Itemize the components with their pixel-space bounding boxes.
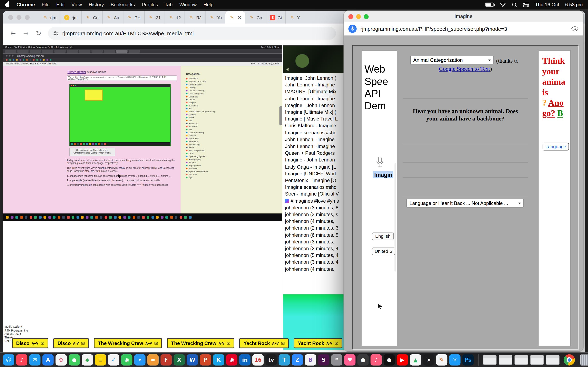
category-item[interactable]: Data Integration [186, 92, 215, 95]
zoom-window-button[interactable] [25, 15, 30, 20]
playlist-item[interactable]: johnlennon (3 minutes, s [285, 211, 345, 218]
playlist-item[interactable]: Imagine | Music Travel L [285, 116, 345, 123]
dock-icon-drive[interactable]: ▲ [410, 354, 421, 366]
category-item[interactable]: Coding [186, 86, 215, 89]
playlist-item[interactable]: Pentatonix - Imagine [O [285, 177, 345, 184]
category-item[interactable]: Not Categorised [186, 149, 215, 152]
browser-tab[interactable]: EGi [266, 11, 285, 24]
category-item[interactable]: Installers [186, 125, 215, 128]
eye-icon[interactable] [571, 26, 579, 31]
menubar-menu-tab[interactable]: Tab [165, 2, 173, 8]
category-item[interactable]: ESL [186, 107, 215, 110]
menubar-menu-edit[interactable]: Edit [56, 2, 65, 8]
google-speech-link[interactable]: Google Speech to Text [439, 66, 490, 72]
playlist-item[interactable]: Imagine - John Lennon [285, 102, 345, 109]
back-button[interactable]: ← [7, 30, 19, 37]
category-item[interactable]: Tiki Wiki [186, 173, 215, 176]
dock-icon-facetime[interactable]: ◉ [121, 354, 132, 366]
dock-icon-pinterest[interactable]: ◉ [226, 354, 237, 366]
dock-icon-notes[interactable]: ≡ [95, 354, 106, 366]
close-window-button[interactable] [8, 15, 13, 20]
menubar-app-name[interactable]: Chrome [17, 2, 35, 8]
playlist-item[interactable]: johnlennon (3 minutes, 4 [285, 259, 345, 266]
imagine-url-text[interactable]: rjmprogramming.com.au/PHP/speech_supervi… [360, 26, 507, 32]
browser-tab[interactable]: ✎Yo [205, 11, 225, 24]
menubar-menu-window[interactable]: Window [179, 2, 197, 8]
minimize-window-button[interactable] [356, 14, 361, 19]
back-link[interactable]: B [557, 109, 563, 118]
category-item[interactable]: Moodle [186, 134, 215, 137]
reload-button[interactable]: ↻ [32, 30, 45, 37]
dock-window-preview[interactable] [483, 355, 497, 365]
playlist-item[interactable]: Imagine [UNICEF: Worl [285, 170, 345, 177]
dock-icon-safari[interactable]: ✦ [134, 354, 146, 366]
category-item[interactable]: Networking [186, 143, 215, 146]
dialect-select[interactable]: United S [372, 248, 395, 255]
playlist-item[interactable]: johnlennon (4 minutes, [285, 266, 345, 273]
playlist-item[interactable]: Lady Gaga - Imagine [L [285, 164, 345, 170]
media-gallery-button[interactable]: The Wrecking CrewA-V✉ [167, 338, 234, 349]
media-gallery-button[interactable]: DiscoA+V✉ [12, 338, 49, 349]
media-thumbnail[interactable]: ◉ [283, 46, 347, 73]
category-item[interactable]: OOP [186, 152, 215, 155]
category-item[interactable]: Code: Blocks [186, 83, 215, 86]
site-settings-icon[interactable] [53, 31, 59, 36]
browser-tab[interactable]: ✎Y [286, 11, 304, 24]
playlist-item[interactable]: John Lennon - Imagine [285, 95, 345, 102]
category-item[interactable]: Games [186, 113, 215, 116]
category-item[interactable]: Hardware [186, 122, 215, 125]
playlist-item[interactable]: johnlennon (6 minutes, 5 [285, 232, 345, 238]
dock-icon-filezilla[interactable]: F [160, 354, 172, 366]
category-item[interactable]: Software [186, 167, 215, 170]
dock-icon-maps[interactable]: ◆ [82, 354, 93, 366]
category-item[interactable]: GIMP [186, 116, 215, 119]
playlist-item[interactable]: Imagine: John Lennon ( [285, 75, 345, 82]
dock-icon-keynote[interactable]: K [213, 354, 224, 366]
dock-window-preview[interactable] [546, 355, 559, 365]
playlist-item[interactable]: IMAGINE. [Ultimate Mix [285, 89, 345, 95]
category-item[interactable]: Anything You Like [186, 80, 215, 83]
dock-icon-app-store[interactable]: A [43, 354, 54, 366]
dock-icon-pencil-app[interactable]: ✎ [436, 354, 447, 366]
category-item[interactable]: Spectro/Photometer [186, 170, 215, 173]
dock-icon-music[interactable]: ♪ [16, 354, 27, 366]
category-item[interactable]: News [186, 146, 215, 149]
dock-icon-zoom[interactable]: Z [292, 354, 303, 366]
close-window-button[interactable] [348, 14, 353, 19]
dock-window-preview[interactable] [499, 355, 512, 365]
category-item[interactable]: eLearning [186, 104, 215, 107]
dock-icon-github[interactable]: ● [384, 354, 395, 366]
dock-icon-camera[interactable]: ● [357, 354, 369, 366]
dock-icon-tv[interactable]: tv [265, 354, 277, 366]
playlist-item[interactable]: johnlennon (3 minutes, 8 [285, 205, 345, 211]
category-item[interactable]: NetBeans [186, 140, 215, 143]
minimize-window-button[interactable] [17, 15, 21, 20]
playlist-item[interactable]: johnlennon (4 minutes, [285, 218, 345, 225]
browser-tab[interactable]: ✎Co [81, 11, 102, 24]
playlist-item[interactable]: Imagine - John Lennon [285, 157, 345, 164]
playlist-item[interactable]: John Lennon - Imagine [285, 82, 345, 89]
menubar-menu-help[interactable]: Help [203, 2, 213, 8]
menubar-menu-file[interactable]: File [42, 2, 49, 8]
dock-icon-calendar[interactable]: 16 [252, 354, 264, 366]
dock-icon-reminders[interactable]: ✓ [108, 354, 119, 366]
language-select[interactable]: English [372, 233, 394, 240]
browser-tab[interactable]: ✎Au [102, 11, 123, 24]
primer-tutorial-link[interactable]: Primer Tutorial [68, 70, 86, 74]
menubar-menu-history[interactable]: History [89, 2, 104, 8]
category-item[interactable]: GUI [186, 119, 215, 122]
battery-icon[interactable] [485, 3, 494, 7]
playlist-item[interactable]: Imagine scenarios #sho [285, 184, 345, 191]
category-item[interactable]: Land Surveying [186, 131, 215, 134]
category-item[interactable]: Projects [186, 161, 215, 164]
menubar-time[interactable]: 6:58 pm [565, 2, 583, 8]
playlist-item[interactable]: johnlennon (3 minutes, [285, 239, 345, 245]
playlist-item[interactable]: John Lennon - Imagine [285, 143, 345, 150]
another-go-link[interactable]: Ano [548, 98, 563, 108]
playlist-item[interactable]: Imagine [Ultimate Mix] ( [285, 109, 345, 116]
browser-tab[interactable]: ✎12 [164, 11, 185, 24]
scrollbar-thumb[interactable] [279, 106, 282, 125]
playlist-item[interactable]: Chris Kläfford - Imagine [285, 123, 345, 129]
menubar-date[interactable]: Thu 16 Oct [535, 2, 559, 8]
category-item[interactable]: Photography [186, 158, 215, 161]
